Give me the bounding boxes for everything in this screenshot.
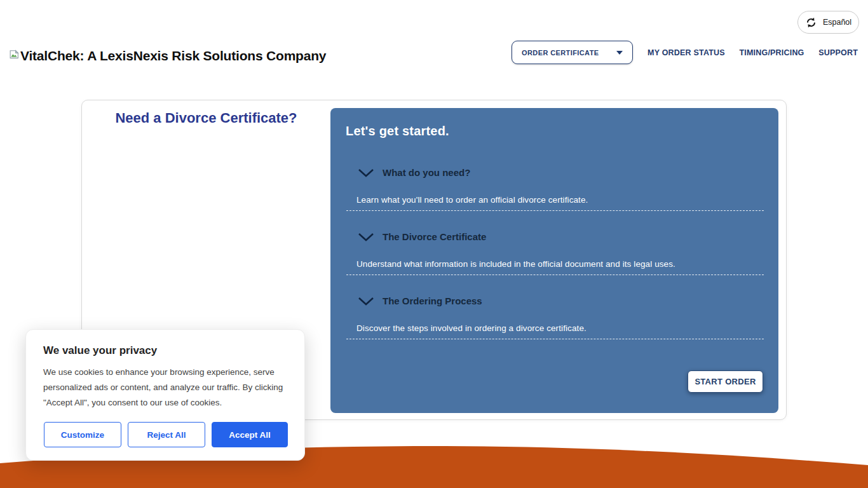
language-toggle-button[interactable]: Español bbox=[797, 11, 859, 34]
accordion-what-do-you-need: What do you need? Learn what you'll need… bbox=[346, 166, 764, 211]
get-started-panel: Let's get started. What do you need? Lea… bbox=[330, 108, 778, 413]
vitalchek-logo[interactable]: VitalChek: A LexisNexis Risk Solutions C… bbox=[9, 47, 326, 65]
cookie-button-row: Customize Reject All Accept All bbox=[44, 422, 288, 447]
accordion-list: What do you need? Learn what you'll need… bbox=[346, 166, 764, 339]
cookie-title: We value your privacy bbox=[43, 344, 287, 357]
accordion-header[interactable]: The Ordering Process bbox=[346, 295, 764, 308]
cookie-consent-dialog: We value your privacy We use cookies to … bbox=[25, 329, 305, 461]
start-order-button[interactable]: START ORDER bbox=[688, 370, 763, 393]
order-certificate-label: ORDER CERTIFICATE bbox=[522, 49, 599, 57]
accordion-description: Understand what information is included … bbox=[346, 259, 764, 269]
nav-my-order-status[interactable]: MY ORDER STATUS bbox=[648, 48, 725, 57]
chevron-down-icon bbox=[358, 233, 374, 241]
accordion-divorce-certificate: The Divorce Certificate Understand what … bbox=[346, 231, 764, 275]
chevron-down-icon bbox=[358, 297, 374, 306]
accordion-description: Learn what you'll need to order an offic… bbox=[346, 194, 764, 205]
accordion-description: Discover the steps involved in ordering … bbox=[346, 323, 764, 334]
page-title: Need a Divorce Certificate? bbox=[82, 110, 330, 126]
accordion-header[interactable]: What do you need? bbox=[346, 166, 764, 179]
order-certificate-dropdown[interactable]: ORDER CERTIFICATE bbox=[512, 41, 633, 64]
refresh-icon bbox=[805, 17, 817, 29]
accordion-header[interactable]: The Divorce Certificate bbox=[346, 231, 764, 243]
dashed-divider bbox=[346, 210, 764, 211]
chevron-down-icon bbox=[358, 168, 374, 177]
dashed-divider bbox=[346, 274, 764, 275]
accordion-title: The Ordering Process bbox=[383, 295, 482, 308]
broken-image-icon bbox=[9, 49, 20, 60]
nav-support[interactable]: SUPPORT bbox=[818, 48, 858, 57]
accordion-title: What do you need? bbox=[383, 166, 470, 179]
caret-down-icon bbox=[616, 51, 623, 55]
nav-timing-pricing[interactable]: TIMING/PRICING bbox=[739, 48, 804, 57]
logo-alt-text: VitalChek: A LexisNexis Risk Solutions C… bbox=[20, 47, 326, 65]
dashed-divider bbox=[346, 339, 764, 339]
accordion-title: The Divorce Certificate bbox=[383, 231, 486, 243]
accept-all-button[interactable]: Accept All bbox=[212, 422, 288, 447]
language-label: Español bbox=[823, 18, 851, 27]
reject-all-button[interactable]: Reject All bbox=[128, 422, 205, 447]
accordion-ordering-process: The Ordering Process Discover the steps … bbox=[346, 295, 764, 339]
main-nav: ORDER CERTIFICATE MY ORDER STATUS TIMING… bbox=[512, 41, 858, 64]
panel-heading: Let's get started. bbox=[346, 122, 778, 140]
customize-button[interactable]: Customize bbox=[44, 422, 121, 447]
cookie-message: We use cookies to enhance your browsing … bbox=[43, 365, 287, 410]
